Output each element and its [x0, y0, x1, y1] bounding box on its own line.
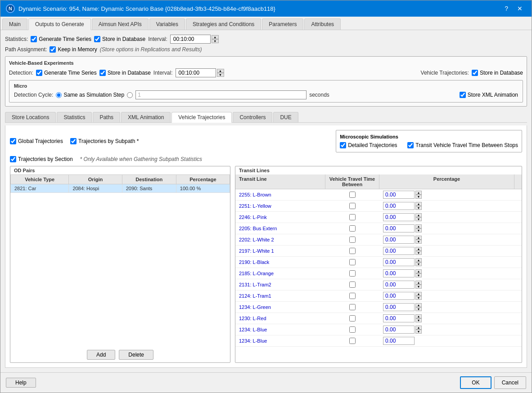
tab-outputs[interactable]: Outputs to Generate [28, 18, 91, 30]
table-row[interactable]: 2821: Car 2084: Hospi 2090: Sants 100.00… [11, 184, 230, 193]
transit-row-partial[interactable]: 1234: L-Blue [235, 335, 522, 347]
add-button[interactable]: Add [87, 350, 115, 360]
transit-row[interactable]: 1234: L-Green ▲▼ [235, 302, 522, 313]
transit-checkbox-12[interactable] [349, 326, 356, 333]
statistics-interval-up[interactable]: ▲ [212, 35, 219, 39]
transit-line-check-last[interactable] [325, 336, 379, 345]
transit-checkbox-last[interactable] [349, 338, 356, 344]
detection-interval-up[interactable]: ▲ [217, 69, 224, 73]
transit-pct-2[interactable] [383, 213, 415, 221]
vt-store-db-checkbox[interactable] [472, 70, 478, 76]
transit-vehicle-checkbox[interactable] [407, 142, 414, 148]
transit-checkbox-6[interactable] [349, 259, 356, 265]
transit-pct-8[interactable] [383, 281, 415, 289]
tab-attributes[interactable]: Attributes [304, 18, 341, 30]
tab-parameters[interactable]: Parameters [262, 18, 303, 30]
transit-pct-3[interactable] [383, 224, 415, 232]
global-trajectories-label[interactable]: Global Trajectories [10, 138, 63, 144]
transit-line-check[interactable] [325, 269, 379, 278]
statistics-generate-ts-checkbox[interactable] [31, 36, 37, 42]
tab-main[interactable]: Main [2, 18, 27, 30]
statistics-generate-ts-label[interactable]: Generate Time Series [31, 36, 91, 42]
detection-store-db-checkbox[interactable] [99, 70, 106, 76]
path-assignment-keep-checkbox[interactable] [50, 46, 56, 53]
transit-line-check[interactable] [325, 258, 379, 267]
transit-row[interactable]: 1234: L-Blue ▲▼ [235, 324, 522, 335]
transit-line-check[interactable] [325, 224, 379, 233]
transit-pct-10[interactable] [383, 303, 415, 311]
detection-interval-down[interactable]: ▼ [217, 73, 224, 77]
transit-row[interactable]: 2124: L-Tram1 ▲▼ [235, 290, 522, 302]
detection-generate-ts-checkbox[interactable] [36, 70, 42, 76]
detection-generate-ts-label[interactable]: Generate Time Series [36, 70, 97, 76]
store-xml-label[interactable]: Store XML Animation [460, 92, 518, 98]
statistics-store-db-label[interactable]: Store in Database [94, 36, 145, 42]
delete-button[interactable]: Delete [119, 350, 153, 360]
transit-pct-12[interactable] [383, 326, 415, 334]
trajectories-section-label[interactable]: Trajectories by Section [10, 156, 73, 162]
statistics-interval-down[interactable]: ▼ [212, 39, 219, 43]
tab-aimsun[interactable]: Aimsun Next APIs [92, 18, 149, 30]
transit-row[interactable]: 2197: L-White 1 ▲▼ [235, 246, 522, 257]
transit-pct-6[interactable] [383, 258, 415, 266]
transit-line-check[interactable] [325, 190, 379, 199]
trajectories-subpath-checkbox[interactable] [70, 138, 77, 144]
transit-line-check[interactable] [325, 213, 379, 222]
store-xml-checkbox[interactable] [460, 92, 466, 98]
custom-cycle-radio[interactable] [127, 92, 133, 98]
help-button[interactable]: Help [6, 378, 36, 388]
transit-checkbox-0[interactable] [349, 192, 356, 198]
transit-checkbox-5[interactable] [349, 248, 356, 254]
transit-line-check[interactable] [325, 280, 379, 289]
transit-row[interactable]: 2131: L-Tram2 ▲▼ [235, 279, 522, 290]
path-assignment-keep-label[interactable]: Keep in Memory [50, 46, 97, 53]
inner-tab-due[interactable]: DUE [273, 112, 298, 122]
same-sim-step-label[interactable]: Same as Simulation Step [56, 92, 124, 98]
transit-pct-0[interactable] [383, 191, 415, 199]
transit-row[interactable]: 2205: Bus Extern ▲▼ [235, 223, 522, 234]
transit-row[interactable]: 2190: L-Black ▲▼ [235, 257, 522, 268]
transit-row[interactable]: 1230: L-Red ▲▼ [235, 313, 522, 324]
inner-tab-store-locations[interactable]: Store Locations [5, 112, 56, 122]
transit-checkbox-9[interactable] [349, 293, 356, 299]
transit-row[interactable]: 2251: L-Yellow ▲▼ [235, 201, 522, 212]
transit-line-check[interactable] [325, 314, 379, 323]
transit-row[interactable]: 2246: L-Pink ▲▼ [235, 212, 522, 223]
transit-pct-1[interactable] [383, 202, 415, 210]
same-sim-step-radio[interactable] [56, 92, 62, 98]
transit-line-check[interactable] [325, 325, 379, 334]
transit-vehicle-label[interactable]: Transit Vehicle Travel Time Between Stop… [407, 142, 518, 148]
transit-pct-last[interactable] [383, 337, 415, 345]
help-title-button[interactable]: ? [501, 4, 512, 13]
inner-tab-xml-animation[interactable]: XML Animation [121, 112, 171, 122]
detection-interval-field[interactable] [176, 68, 216, 77]
transit-pct-9[interactable] [383, 292, 415, 300]
transit-row[interactable]: 2185: L-Orange ▲▼ [235, 268, 522, 279]
close-button[interactable]: ✕ [514, 4, 526, 13]
detailed-trajectories-label[interactable]: Detailed Trajectories [340, 142, 397, 148]
transit-line-check[interactable] [325, 246, 379, 255]
transit-line-check[interactable] [325, 291, 379, 300]
cancel-button[interactable]: Cancel [494, 376, 526, 389]
detection-store-db-label[interactable]: Store in Database [99, 70, 151, 76]
transit-checkbox-2[interactable] [349, 214, 356, 220]
transit-line-check[interactable] [325, 235, 379, 244]
tab-strategies[interactable]: Strategies and Conditions [186, 18, 261, 30]
inner-tab-statistics[interactable]: Statistics [57, 112, 92, 122]
trajectories-subpath-label[interactable]: Trajectories by Subpath * [70, 138, 139, 144]
detailed-trajectories-checkbox[interactable] [340, 142, 346, 148]
inner-tab-paths[interactable]: Paths [93, 112, 120, 122]
transit-pct-7[interactable] [383, 269, 415, 277]
transit-checkbox-3[interactable] [349, 225, 356, 232]
custom-cycle-field[interactable] [135, 90, 307, 99]
transit-row[interactable]: 2202: L-White 2 ▲▼ [235, 234, 522, 246]
transit-checkbox-7[interactable] [349, 270, 356, 277]
statistics-interval-field[interactable] [170, 35, 211, 44]
inner-tab-controllers[interactable]: Controllers [233, 112, 272, 122]
tab-variables[interactable]: Variables [149, 18, 185, 30]
transit-pct-11[interactable] [383, 314, 415, 322]
statistics-store-db-checkbox[interactable] [94, 36, 100, 42]
transit-pct-4[interactable] [383, 236, 415, 244]
ok-button[interactable]: OK [460, 376, 491, 389]
transit-line-check[interactable] [325, 201, 379, 210]
